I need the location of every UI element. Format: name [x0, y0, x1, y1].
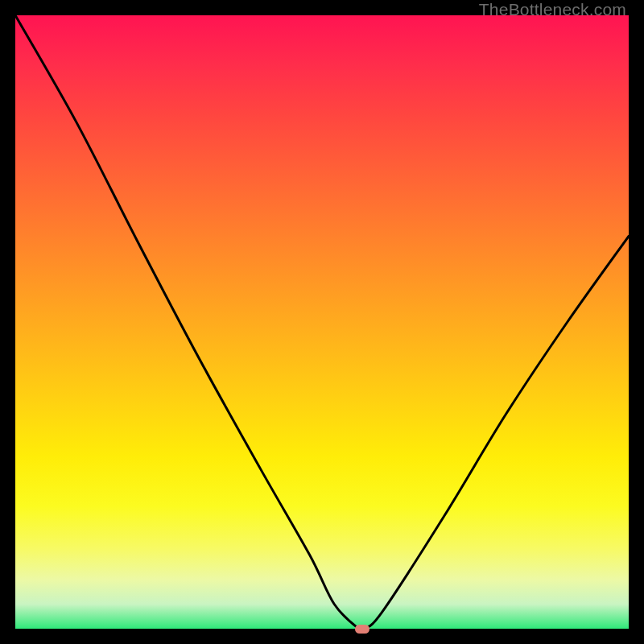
curve-path — [15, 15, 629, 629]
zero-bottleneck-marker — [355, 625, 369, 634]
plot-area — [15, 15, 629, 629]
chart-container: TheBottleneck.com — [0, 0, 644, 644]
bottleneck-curve — [15, 15, 629, 629]
watermark-text: TheBottleneck.com — [479, 0, 626, 19]
